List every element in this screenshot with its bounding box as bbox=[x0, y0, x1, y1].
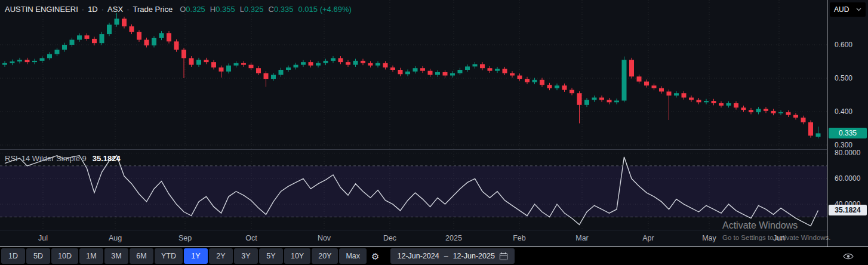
visibility-eye-icon[interactable] bbox=[843, 252, 854, 260]
time-axis-label: Apr bbox=[635, 234, 661, 242]
range-button-ytd[interactable]: YTD bbox=[155, 248, 183, 264]
time-axis-label: 2025 bbox=[441, 234, 467, 242]
price-scale-label: 0.400 bbox=[835, 107, 852, 116]
price-scale-column[interactable]: AUD 0.6000.5000.4000.3000.33580.000060.0… bbox=[827, 0, 868, 246]
date-range-separator: – bbox=[444, 252, 448, 260]
high-value: 0.355 bbox=[216, 5, 235, 14]
range-button-1m[interactable]: 1M bbox=[79, 248, 103, 264]
rsi-name: RSI bbox=[5, 154, 18, 163]
time-axis[interactable]: JulAugSepOctNovDec2025FebMarAprMayJun bbox=[0, 230, 827, 246]
range-button-20y[interactable]: 20Y bbox=[312, 248, 338, 264]
range-button-6m[interactable]: 6M bbox=[130, 248, 153, 264]
range-button-10d[interactable]: 10D bbox=[51, 248, 78, 264]
time-axis-label: May bbox=[696, 234, 722, 242]
time-axis-label: Dec bbox=[377, 234, 403, 242]
low-label: L bbox=[240, 5, 244, 14]
range-button-1y[interactable]: 1Y bbox=[184, 248, 208, 264]
time-axis-label: Mar bbox=[569, 234, 595, 242]
rsi-indicator-legend[interactable]: RSI 14 Wilder Simple 9 35.1824 bbox=[5, 154, 121, 163]
rsi-indicator-canvas[interactable] bbox=[0, 149, 827, 230]
time-axis-label: Feb bbox=[506, 234, 533, 242]
rsi-value-badge: 35.1824 bbox=[829, 205, 867, 215]
separator-dot: · bbox=[82, 5, 84, 14]
symbol-name: AUSTIN ENGINEERI bbox=[5, 5, 78, 14]
time-axis-label: Jun bbox=[766, 234, 792, 242]
pane-divider[interactable] bbox=[0, 149, 827, 150]
range-button-5y[interactable]: 5Y bbox=[259, 248, 283, 264]
range-button-2y[interactable]: 2Y bbox=[209, 248, 233, 264]
change-value: 0.015 (+4.69%) bbox=[298, 5, 352, 14]
ohlc-readout: O0.325 H0.355 L0.325 C0.335 0.015 (+4.69… bbox=[180, 5, 352, 14]
high-label: H bbox=[210, 5, 216, 14]
separator-dot: · bbox=[127, 5, 129, 14]
date-to: 12-Jun-2025 bbox=[453, 252, 495, 260]
close-label: C bbox=[269, 5, 274, 14]
date-range-picker[interactable]: 12-Jun-2024 – 12-Jun-2025 bbox=[390, 248, 515, 264]
time-axis-label: Aug bbox=[102, 234, 128, 242]
price-chart-canvas[interactable] bbox=[0, 0, 827, 149]
range-buttons-group: 1D 5D 10D 1M 3M 6M YTD 1Y 2Y 3Y 5Y 10Y 2… bbox=[1, 248, 367, 264]
rsi-scale-label: 60.0000 bbox=[835, 174, 860, 183]
rsi-params: 14 Wilder Simple 9 bbox=[21, 154, 87, 163]
open-label: O bbox=[180, 5, 186, 14]
calendar-icon bbox=[500, 252, 507, 260]
rsi-scale-label: 80.0000 bbox=[835, 148, 860, 158]
rsi-current-value: 35.1824 bbox=[93, 154, 121, 163]
bottom-toolbar: 1D 5D 10D 1M 3M 6M YTD 1Y 2Y 3Y 5Y 10Y 2… bbox=[0, 246, 868, 265]
time-axis-label: Nov bbox=[311, 234, 337, 242]
last-price-badge: 0.335 bbox=[829, 128, 867, 138]
price-scale-label: 0.500 bbox=[835, 73, 852, 83]
low-value: 0.325 bbox=[244, 5, 264, 14]
time-axis-label: Oct bbox=[238, 234, 264, 242]
time-axis-label: Sep bbox=[172, 234, 198, 242]
currency-selector[interactable]: AUD bbox=[830, 2, 866, 17]
settings-gear-icon[interactable]: ⚙ bbox=[371, 252, 379, 261]
range-button-10y[interactable]: 10Y bbox=[284, 248, 310, 264]
close-value: 0.335 bbox=[274, 5, 294, 14]
range-button-5d[interactable]: 5D bbox=[26, 248, 50, 264]
interval-label: 1D bbox=[88, 5, 98, 14]
range-button-3m[interactable]: 3M bbox=[104, 248, 128, 264]
exchange-label: ASX bbox=[107, 5, 123, 14]
date-from: 12-Jun-2024 bbox=[398, 252, 439, 260]
chevron-down-icon bbox=[856, 8, 861, 11]
range-button-3y[interactable]: 3Y bbox=[234, 248, 258, 264]
range-button-max[interactable]: Max bbox=[339, 248, 367, 264]
axis-divider bbox=[0, 230, 827, 230]
series-type-label: Trade Price bbox=[133, 5, 173, 14]
symbol-legend[interactable]: AUSTIN ENGINEERI · 1D · ASX · Trade Pric… bbox=[5, 5, 352, 14]
separator-dot: · bbox=[101, 5, 104, 14]
open-value: 0.325 bbox=[186, 5, 205, 14]
currency-label: AUD bbox=[834, 5, 849, 14]
tradingview-chart-window: AUSTIN ENGINEERI · 1D · ASX · Trade Pric… bbox=[0, 0, 868, 265]
time-axis-label: Jul bbox=[30, 234, 56, 242]
range-button-1d[interactable]: 1D bbox=[1, 248, 25, 264]
price-scale-label: 0.600 bbox=[835, 40, 852, 50]
